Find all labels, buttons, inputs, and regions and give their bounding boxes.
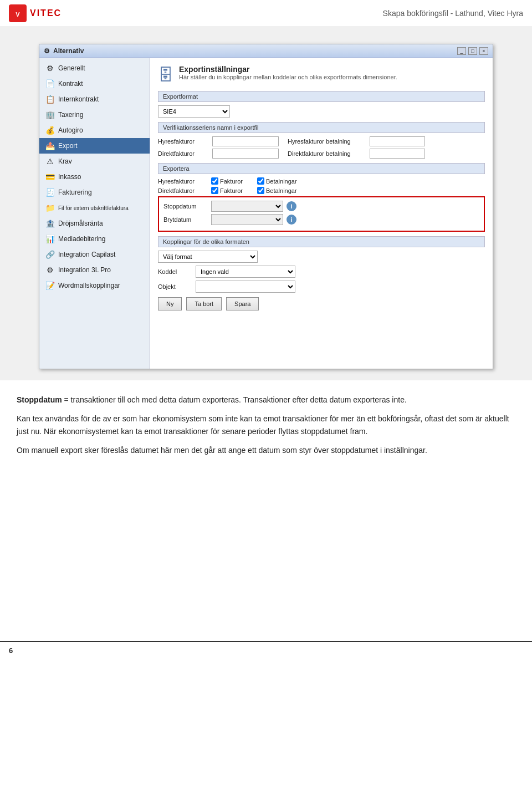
minimize-button[interactable]: _	[457, 47, 466, 55]
hyresfakturor-betalning-input[interactable]	[370, 136, 425, 146]
direktfakturor-verif-label: Direktfakturor	[158, 150, 208, 157]
sidebar-item-label: Taxering	[58, 111, 83, 119]
stoppdatum-label: Stoppdatum	[163, 203, 208, 210]
sidebar-item-kontrakt[interactable]: 📄 Kontrakt	[39, 76, 150, 91]
page-header: V VITEC Skapa bokföringsfil - Lathund, V…	[0, 0, 532, 27]
vitec-logo-icon: V	[9, 4, 27, 22]
direktfakturor-betalningar-check-label[interactable]: Betalningar	[257, 187, 297, 194]
brytdatum-label: Brytdatum	[163, 216, 208, 223]
sidebar-item-label: Generellt	[58, 64, 85, 72]
hyresfakturor-betalningar-checkbox[interactable]	[257, 177, 264, 185]
main-content: ⚙ Alternativ _ □ × ⚙ Generellt 📄 Kontrak…	[0, 27, 532, 380]
restore-button[interactable]: □	[468, 47, 477, 55]
sidebar-item-fakturering[interactable]: 🧾 Fakturering	[39, 185, 150, 200]
panel-title: Exportinställningar	[179, 65, 397, 74]
direktfakturor-exportera-row: Direktfakturor Fakturor Betalningar	[158, 187, 485, 194]
stoppdatum-row: Stoppdatum i	[163, 201, 479, 212]
direktfakturor-verif-row: Direktfakturor Direktfakturor betalning	[158, 149, 485, 159]
betalningar-label: Betalningar	[266, 178, 297, 185]
panel-header: 🗄 Exportinställningar Här ställer du in …	[158, 65, 485, 84]
sidebar-item-integration-3l-pro[interactable]: ⚙ Integration 3L Pro	[39, 262, 150, 278]
stoppdatum-info-icon[interactable]: i	[287, 201, 296, 211]
hyresfakturor-verif-input[interactable]	[212, 136, 279, 146]
hyresfakturor-exportera-row: Hyresfakturor Fakturor Betalningar	[158, 177, 485, 185]
direktfakturor-fakturor-check-label[interactable]: Fakturor	[211, 187, 243, 194]
koddel-select[interactable]: Ingen vald	[196, 266, 295, 278]
fil-extern-icon: 📁	[45, 203, 55, 213]
brytdatum-select[interactable]	[211, 214, 283, 225]
sidebar-item-internkontrakt[interactable]: 📋 Internkontrakt	[39, 91, 150, 107]
dialog-titlebar-label: Alternativ	[53, 47, 84, 55]
objekt-label: Objekt	[158, 283, 191, 290]
sidebar-item-label: Fakturering	[58, 189, 92, 196]
logo-text: VITEC	[30, 8, 62, 18]
koddel-label: Koddel	[158, 268, 191, 275]
brytdatum-info-icon[interactable]: i	[287, 215, 296, 225]
page-spacer	[0, 475, 532, 641]
paragraph-1: Stoppdatum = transaktioner till och med …	[17, 394, 515, 406]
hyresfakturor-exportera-label: Hyresfakturor	[158, 178, 208, 185]
direktfakturor-betalningar-checkbox[interactable]	[257, 187, 264, 194]
hyresfakturor-verif-label: Hyresfakturor	[158, 138, 208, 145]
sidebar-item-export[interactable]: 📤 Export	[39, 138, 150, 154]
verifikat-section-label: Verifikationsseriens namn i exportfil	[158, 122, 485, 133]
sidebar-item-inkasso[interactable]: 💳 Inkasso	[39, 169, 150, 185]
hyresfakturor-betalning-label: Hyresfakturor betalning	[288, 138, 365, 145]
dialog-controls[interactable]: _ □ ×	[457, 47, 488, 55]
objekt-select[interactable]	[196, 281, 295, 293]
sidebar-item-label: Export	[58, 142, 78, 150]
sidebar-item-label: Wordmallskopplingar	[58, 282, 120, 289]
sidebar-item-taxering[interactable]: 🏢 Taxering	[39, 107, 150, 123]
sidebar-item-integration-capilast[interactable]: 🔗 Integration Capilast	[39, 247, 150, 262]
sidebar-item-label: Dröjsmålsränta	[58, 220, 103, 227]
panel-description: Här ställer du in kopplingar mellan kodd…	[179, 74, 397, 80]
drojsmalranta-icon: 🏦	[45, 218, 55, 228]
hyresfakturor-fakturor-check-label[interactable]: Fakturor	[211, 177, 243, 185]
integration-capilast-icon: 🔗	[45, 249, 55, 259]
ny-button[interactable]: Ny	[158, 297, 182, 310]
direktfakturor-verif-input[interactable]	[212, 149, 279, 159]
sidebar-item-label: Krav	[58, 157, 72, 165]
button-row: Ny Ta bort Spara	[158, 297, 485, 310]
spara-button[interactable]: Spara	[226, 297, 259, 310]
direktfakturor-betalning-input[interactable]	[370, 149, 425, 159]
sidebar-item-label: Internkontrakt	[58, 95, 99, 103]
exportformat-row: SIE4	[158, 105, 485, 118]
dialog-titlebar-icon: ⚙	[44, 47, 50, 55]
stoppdatum-bold: Stoppdatum	[17, 395, 62, 404]
ta-bort-button[interactable]: Ta bort	[186, 297, 222, 310]
sidebar-item-drojsmalranta[interactable]: 🏦 Dröjsmålsränta	[39, 216, 150, 231]
page-footer: 6	[0, 641, 532, 659]
objekt-row: Objekt	[158, 281, 485, 293]
hyresfakturor-fakturor-checkbox[interactable]	[211, 177, 218, 185]
mediadebitering-icon: 📊	[45, 234, 55, 244]
inkasso-icon: 💳	[45, 172, 55, 182]
page-number: 6	[9, 646, 13, 655]
direktfakturor-fakturor-checkbox[interactable]	[211, 187, 218, 194]
exportformat-select[interactable]: SIE4	[158, 105, 230, 118]
stoppdatum-select[interactable]	[211, 201, 283, 212]
sidebar-item-label: Inkasso	[58, 173, 81, 181]
hyresfakturor-betalningar-check-label[interactable]: Betalningar	[257, 177, 297, 185]
text-section: Stoppdatum = transaktioner till och med …	[0, 380, 532, 475]
internkontrakt-icon: 📋	[45, 94, 55, 104]
close-button[interactable]: ×	[479, 47, 488, 55]
panel-header-text: Exportinställningar Här ställer du in ko…	[179, 65, 397, 80]
sidebar-item-mediadebitering[interactable]: 📊 Mediadebitering	[39, 231, 150, 247]
sidebar-item-wordmallskopplingar[interactable]: 📝 Wordmallskopplingar	[39, 278, 150, 293]
dialog-titlebar: ⚙ Alternativ _ □ ×	[39, 44, 493, 58]
sidebar-item-label: Integration Capilast	[58, 251, 115, 258]
hyresfakturor-verif-row: Hyresfakturor Hyresfakturor betalning	[158, 136, 485, 146]
wordmallskopplingar-icon: 📝	[45, 281, 55, 291]
direktfakturor-betalning-label: Direktfakturor betalning	[288, 150, 365, 157]
right-panel: 🗄 Exportinställningar Här ställer du in …	[150, 58, 493, 369]
sidebar-item-generellt[interactable]: ⚙ Generellt	[39, 60, 150, 76]
sidebar-item-autogiro[interactable]: 💰 Autogiro	[39, 123, 150, 138]
generellt-icon: ⚙	[45, 63, 55, 73]
sidebar-item-label: Autogiro	[58, 126, 83, 134]
valj-format-select[interactable]: Välj format	[158, 251, 258, 263]
paragraph-3: Om manuell export sker föreslås datumet …	[17, 444, 515, 456]
sidebar-item-krav[interactable]: ⚠ Krav	[39, 154, 150, 169]
sidebar-item-fil-extern[interactable]: 📁 Fil för extern utskrift/efaktura	[39, 200, 150, 216]
integration-3l-pro-icon: ⚙	[45, 265, 55, 275]
